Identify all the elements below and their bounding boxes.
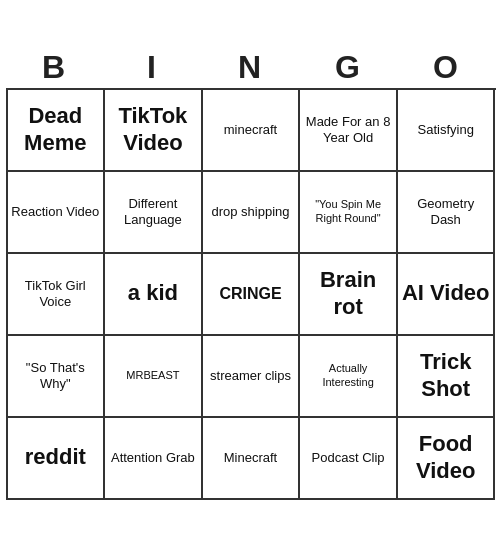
cell-1-3[interactable]: "You Spin Me Right Round" (300, 172, 398, 254)
header-i: I (109, 49, 197, 86)
cell-2-1[interactable]: a kid (105, 254, 203, 336)
cell-0-1[interactable]: TikTok Video (105, 90, 203, 172)
cell-1-2[interactable]: drop shipping (203, 172, 301, 254)
cell-2-0[interactable]: TikTok Girl Voice (8, 254, 106, 336)
cell-3-4[interactable]: Trick Shot (398, 336, 496, 418)
cell-4-1[interactable]: Attention Grab (105, 418, 203, 500)
cell-1-0[interactable]: Reaction Video (8, 172, 106, 254)
cell-0-0[interactable]: Dead Meme (8, 90, 106, 172)
cell-4-2[interactable]: Minecraft (203, 418, 301, 500)
cell-2-3[interactable]: Brain rot (300, 254, 398, 336)
cell-2-4[interactable]: AI Video (398, 254, 496, 336)
bingo-container: B I N G O Dead Meme TikTok Video minecra… (6, 45, 496, 500)
cell-0-3[interactable]: Made For an 8 Year Old (300, 90, 398, 172)
header-n: N (207, 49, 295, 86)
bingo-grid: Dead Meme TikTok Video minecraft Made Fo… (6, 88, 496, 500)
cell-2-2[interactable]: CRINGE (203, 254, 301, 336)
cell-1-4[interactable]: Geometry Dash (398, 172, 496, 254)
cell-3-2[interactable]: streamer clips (203, 336, 301, 418)
cell-3-3[interactable]: Actually Interesting (300, 336, 398, 418)
cell-3-1[interactable]: MRBEAST (105, 336, 203, 418)
cell-0-2[interactable]: minecraft (203, 90, 301, 172)
header-b: B (11, 49, 99, 86)
header-g: G (305, 49, 393, 86)
cell-4-0[interactable]: reddit (8, 418, 106, 500)
cell-0-4[interactable]: Satisfying (398, 90, 496, 172)
cell-1-1[interactable]: Different Language (105, 172, 203, 254)
cell-4-4[interactable]: Food Video (398, 418, 496, 500)
cell-3-0[interactable]: "So That's Why" (8, 336, 106, 418)
cell-4-3[interactable]: Podcast Clip (300, 418, 398, 500)
header-o: O (403, 49, 491, 86)
bingo-header: B I N G O (6, 45, 496, 88)
